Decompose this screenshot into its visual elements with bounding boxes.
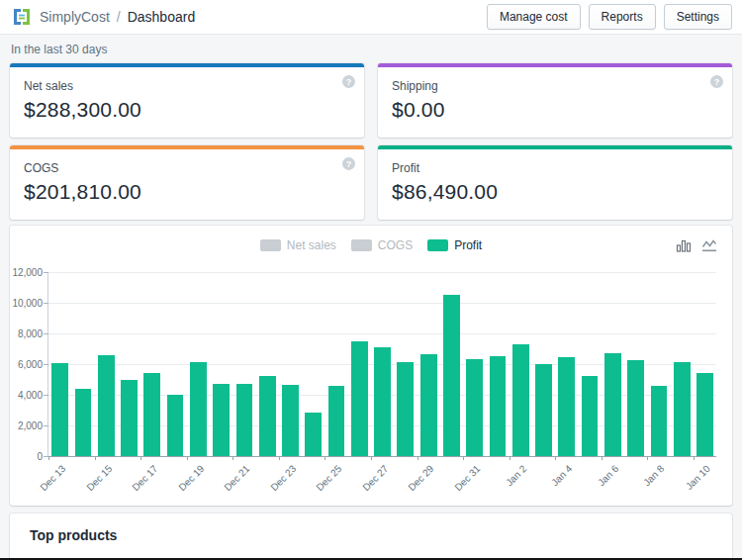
x-axis-label: Dec 27 [360,463,390,493]
x-axis-label: Dec 19 [176,463,206,493]
line-chart-icon[interactable] [701,237,717,253]
cogs-card: ? COGS $201,810.00 [10,145,364,220]
y-axis-label: 12,000 [5,267,43,278]
y-axis-label: 4,000 [5,390,43,401]
bar-slot: Jan 4 [555,272,578,456]
bar-dec-28[interactable] [397,362,414,456]
bar-slot: Dec 19 [187,272,210,456]
help-icon[interactable]: ? [342,75,355,88]
bar-dec-27[interactable] [374,347,391,456]
bar-slot: Dec 23 [279,272,302,456]
bar-slot [71,272,94,456]
bar-dec-23[interactable] [282,385,299,456]
bar-dec-17[interactable] [143,373,160,456]
bar-jan-4[interactable] [558,357,575,456]
bar-slot [671,272,694,456]
bar-jan-9[interactable] [674,362,691,456]
page-title: Dashboard [128,9,196,25]
bar-slot [302,272,325,456]
chart-type-toolbar [676,237,717,253]
legend-item-profit[interactable]: Profit [427,238,482,252]
help-icon[interactable]: ? [342,157,355,170]
x-axis-label: Jan 6 [596,463,620,488]
bar-dec-29[interactable] [420,354,437,456]
bar-jan-5[interactable] [582,376,599,456]
simplycost-logo-icon [13,8,31,26]
bar-dec-25[interactable] [328,386,345,456]
x-axis-label: Dec 17 [130,463,159,493]
y-axis-label: 6,000 [5,359,43,370]
legend-label: Net sales [287,238,336,252]
bar-dec-20[interactable] [213,384,230,456]
bar-jan-10[interactable] [696,373,713,456]
bar-slot [440,272,463,456]
bar-dec-21[interactable] [236,384,253,456]
y-axis-label: 10,000 [5,298,43,309]
bar-slot [486,272,509,456]
stat-label: Net sales [24,79,350,93]
bar-dec-30[interactable] [443,295,460,456]
stat-label: Profit [392,161,718,175]
x-axis-label: Dec 29 [407,463,436,493]
bar-slot [578,272,601,456]
bar-slot: Dec 17 [140,272,163,456]
x-axis-label: Jan 8 [642,463,667,488]
bar-dec-31[interactable] [466,359,483,456]
bar-dec-16[interactable] [121,380,138,456]
bar-dec-19[interactable] [190,362,207,456]
x-axis-label: Jan 2 [504,463,528,488]
bar-jan-8[interactable] [651,386,668,456]
app-viewport: SimplyCost / Dashboard Manage cost Repor… [0,0,742,560]
y-axis-label: 8,000 [5,328,43,339]
bar-dec-15[interactable] [98,355,115,456]
bar-dec-24[interactable] [305,413,322,456]
period-label: In the last 30 days [11,43,107,56]
bar-dec-22[interactable] [259,376,276,456]
bar-jan-1[interactable] [490,356,507,456]
shipping-card: ? Shipping $0.00 [378,63,732,138]
stat-value: $0.00 [392,98,718,122]
bar-jan-7[interactable] [627,360,644,456]
x-axis-label: Dec 13 [38,463,67,493]
manage-cost-button[interactable]: Manage cost [487,4,581,30]
help-icon[interactable]: ? [710,75,723,88]
x-axis-label: Dec 31 [452,463,482,493]
bar-dec-18[interactable] [167,395,184,456]
top-bar: SimplyCost / Dashboard Manage cost Repor… [0,0,742,35]
legend-swatch [427,239,448,251]
bar-slot: Dec 29 [417,272,440,456]
stat-value: $288,300.00 [24,98,350,122]
bar-slot [256,272,279,456]
legend-label: COGS [378,238,413,252]
x-axis-label: Dec 25 [315,463,344,493]
net-sales-card: ? Net sales $288,300.00 [10,63,364,138]
profit-card: ? Profit $86,490.00 [378,145,732,220]
profit-chart-card: Net sales COGS Profit 02,0004,0006,0008 [10,226,732,506]
top-products-card: Top products Product Variant Net quantit… [10,513,732,560]
x-axis-label: Dec 23 [268,463,298,493]
bar-slot [624,272,647,456]
x-axis-label: Dec 15 [84,463,114,493]
bar-slot [163,272,186,456]
bar-dec-14[interactable] [75,389,92,456]
legend-item-net-sales[interactable]: Net sales [260,238,336,252]
bar-jan-2[interactable] [512,344,529,456]
legend-swatch [260,239,281,251]
bar-slot: Dec 13 [48,272,71,456]
app-name[interactable]: SimplyCost [40,9,110,25]
reports-button[interactable]: Reports [589,4,656,30]
bar-slot: Jan 2 [510,272,532,456]
bar-dec-13[interactable] [51,363,68,456]
bar-jan-6[interactable] [604,353,621,456]
x-axis-label: Jan 10 [684,463,712,492]
legend-item-cogs[interactable]: COGS [351,238,413,252]
settings-button[interactable]: Settings [664,4,732,30]
bar-slot: Jan 6 [602,272,624,456]
bar-slot [118,272,140,456]
breadcrumb-separator: / [117,9,121,25]
y-axis-label: 2,000 [5,420,43,431]
bar-slot: Jan 10 [694,272,716,456]
bar-dec-26[interactable] [351,341,368,456]
bar-jan-3[interactable] [535,364,552,456]
bar-chart-icon[interactable] [676,237,692,253]
